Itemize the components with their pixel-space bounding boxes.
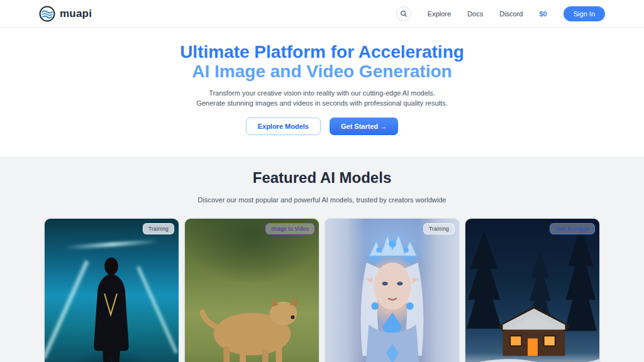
dog-illustration (185, 219, 319, 362)
hero-section: Ultimate Platform for Accelerating AI Im… (0, 28, 644, 156)
get-started-button[interactable]: Get Started → (330, 118, 398, 135)
account-balance[interactable]: $0 (540, 10, 547, 18)
nav-link-docs[interactable]: Docs (467, 10, 483, 18)
model-image (45, 219, 179, 362)
model-image (325, 219, 459, 362)
model-badge: Text to Image (550, 223, 595, 234)
model-image (185, 219, 319, 362)
header-actions: Explore Docs Discord $0 Sign In (396, 6, 605, 21)
model-card-wan21-lora-t2v[interactable]: Training wan2.1-lora-t2v $0.3 (44, 218, 179, 362)
model-card-wan21-lora-i2v[interactable]: Training wan2.1-lora-i2v $0.3 (325, 218, 460, 362)
featured-models-section: Featured AI Models Discover our most pop… (0, 156, 644, 362)
hero-title: Ultimate Platform for Accelerating AI Im… (0, 42, 644, 81)
hero-actions: Explore Models Get Started → (0, 118, 644, 135)
search-icon (400, 10, 408, 18)
model-badge: Image to Video (265, 223, 314, 234)
hero-subtitle-line2: Generate stunning images and videos in s… (0, 98, 644, 108)
hero-subtitle-line1: Transform your creative vision into real… (0, 88, 644, 98)
explore-models-button[interactable]: Explore Models (246, 118, 321, 135)
snowy-cabin-illustration (465, 219, 599, 362)
hero-title-line2: AI Image and Video Generation (0, 62, 644, 81)
model-card-grid: Training wan2.1-lora-t2v $0.3 (44, 218, 600, 362)
elf-queen-illustration (325, 219, 459, 362)
model-badge: Training (143, 223, 174, 234)
sign-in-button[interactable]: Sign In (564, 6, 605, 21)
brand-name: muapi (60, 8, 92, 20)
model-image (465, 219, 599, 362)
model-card-seedance-lite-i2v[interactable]: Image to Video seedance-lite-i2v $0.1 (184, 218, 319, 362)
brand-logo[interactable]: muapi (39, 6, 92, 22)
hero-title-line1: Ultimate Platform for Accelerating (0, 42, 644, 62)
hero-subtitle: Transform your creative vision into real… (0, 88, 644, 108)
search-button[interactable] (396, 6, 411, 21)
nav-link-explore[interactable]: Explore (428, 10, 451, 18)
top-navbar: muapi Explore Docs Discord $0 Sign In (0, 0, 644, 28)
model-card-flux-schnell[interactable]: Text to Image flux-schnell $0 (465, 218, 600, 362)
model-badge: Training (423, 223, 455, 234)
nav-link-discord[interactable]: Discord (499, 10, 523, 18)
logo-waves-icon (39, 6, 55, 22)
featured-subtitle: Discover our most popular and powerful A… (0, 196, 644, 204)
featured-title: Featured AI Models (0, 169, 644, 187)
figure-silhouette-illustration (45, 219, 179, 362)
